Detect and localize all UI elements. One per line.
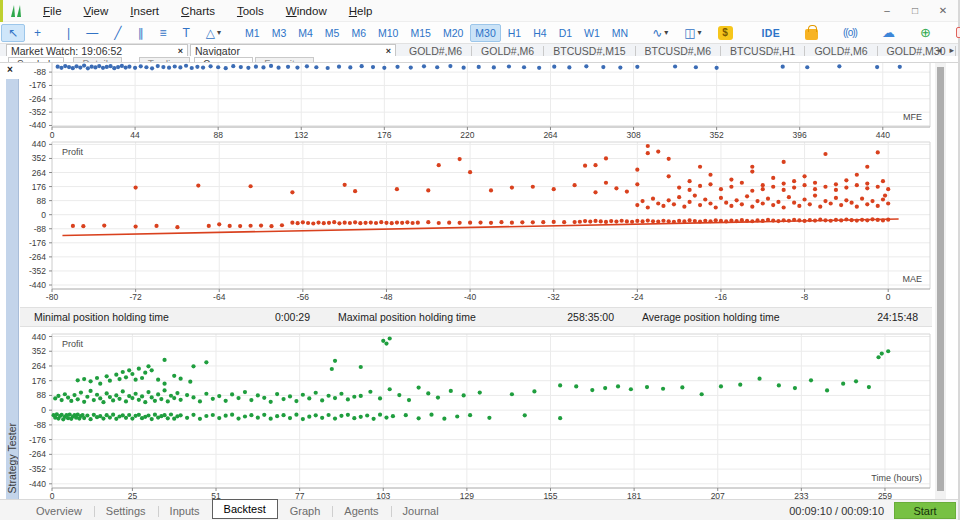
chart-tab-4[interactable]: BTCUSD#,H1 [721,45,804,57]
dollar-icon-glyph: $ [718,26,733,40]
menu-item-tools[interactable]: Tools [226,2,275,20]
navigator-close-icon[interactable]: × [380,46,391,56]
timeframe-d1[interactable]: D1 [554,24,577,42]
channel-tool-icon[interactable]: ∥ [130,24,150,42]
timeframe-m6[interactable]: M6 [346,24,371,42]
vertical-scrollbar[interactable] [935,63,946,499]
algo-trading-button[interactable]: Algo [952,27,960,39]
svg-text:-352: -352 [29,464,46,474]
timeframe-m30[interactable]: M30 [470,24,500,42]
menu-item-file[interactable]: File [32,2,73,20]
svg-text:132: 132 [294,130,308,140]
candlestick-chart-icon-dropdown-icon[interactable]: ▾ [698,26,702,40]
mae-scatter-chart: -80-72-64-56-48-40-32-24-16-804403522641… [20,141,938,305]
scrollbar-thumb[interactable] [937,67,944,491]
pointer-tools-group: ↖+ [0,24,49,42]
holding-time-stat-2: Average position holding time24:15:48 [628,311,932,323]
menu-item-charts[interactable]: Charts [170,2,226,20]
timeframe-m1[interactable]: M1 [240,24,265,42]
timeframe-m4[interactable]: M4 [293,24,318,42]
market-watch-close-icon[interactable]: × [172,46,183,56]
menu-item-view[interactable]: View [73,2,120,20]
stat-label: Minimal position holding time [34,311,169,323]
mfe-scatter-chart: 04488132176220264308352396440-88-176-264… [20,63,938,141]
holding-time-stat-0: Minimal position holding time0:00:29 [20,311,324,323]
window-maximize-button[interactable]: □ [908,5,922,16]
chart-tab-7[interactable]: GOLD#,M30 [956,45,960,57]
text-tool-icon[interactable]: T [175,24,196,42]
chart-tabs-prev-icon[interactable]: ◂ [937,45,942,55]
ide-button[interactable]: IDE [755,24,787,42]
horizontal-line-tool-icon[interactable]: — [79,24,105,42]
mfe-corner-label: MFE [903,112,922,122]
window-close-button[interactable]: ✕ [936,5,950,16]
fibonacci-tool-icon[interactable]: ≡ [152,24,173,42]
svg-text:-24: -24 [631,292,644,302]
svg-text:-352: -352 [29,107,46,117]
toolbar: ↖+ |—╱∥≡T△▾ M1M3M4M5M6M10M15M20M30H1H4D1… [0,22,958,44]
window-edge-accent [0,0,3,22]
trendline-tool-icon[interactable]: ╱ [107,24,128,42]
svg-text:-440: -440 [29,280,46,290]
start-button[interactable]: Start [894,502,956,519]
line-chart-icon-dropdown-icon[interactable]: ▾ [664,26,668,40]
mae-profit-axis-label: Profit [62,147,84,157]
chart-tabs-next-icon[interactable]: ▸ [949,45,954,55]
timeframe-mn[interactable]: MN [607,24,633,42]
svg-text:396: 396 [793,130,807,140]
tester-tab-overview[interactable]: Overview [24,502,94,520]
tester-tab-bar: OverviewSettingsInputsBacktestGraphAgent… [0,499,958,520]
services-group: IDE((o))☁⊕ [751,24,942,42]
tester-tab-agents[interactable]: Agents [332,502,390,520]
timeframe-m5[interactable]: M5 [320,24,345,42]
window-minimize-button[interactable]: – [880,5,894,16]
vertical-line-tool-icon[interactable]: | [60,24,77,42]
svg-text:-8: -8 [801,292,809,302]
tester-tab-backtest[interactable]: Backtest [212,499,278,519]
cloud-icon[interactable]: ☁ [875,24,902,42]
crosshair-tool-icon[interactable]: + [27,24,48,42]
svg-text:352: 352 [710,130,724,140]
timeframe-m15[interactable]: M15 [405,24,435,42]
chart-tab-3[interactable]: BTCUSD#,M6 [636,45,721,57]
cursor-tool-icon[interactable]: ↖ [1,24,25,42]
tester-tab-inputs[interactable]: Inputs [158,502,212,520]
shapes-tool-icon[interactable]: △▾ [199,24,228,42]
timeframe-m20[interactable]: M20 [438,24,468,42]
svg-text:-176: -176 [29,80,46,90]
menu-item-insert[interactable]: Insert [119,2,170,20]
dollar-icon[interactable]: $ [711,24,740,42]
strategy-tester-strip[interactable]: Strategy Tester [6,79,19,499]
stat-value: 24:15:48 [877,311,918,323]
tester-close-icon[interactable]: × [7,65,13,75]
svg-text:-440: -440 [29,479,46,489]
menu-item-help[interactable]: Help [338,2,384,20]
svg-text:352: 352 [32,346,46,356]
market-bag-icon[interactable] [798,24,825,42]
signals-icon[interactable]: ((o)) [836,24,864,42]
tester-tab-graph[interactable]: Graph [278,502,333,520]
community-icon-glyph: ⊕ [920,26,931,40]
chart-tab-2[interactable]: BTCUSD#,M15 [544,45,634,57]
timeframe-h1[interactable]: H1 [503,24,526,42]
candlestick-chart-icon[interactable]: ◫▾ [677,24,708,42]
chart-tab-1[interactable]: GOLD#,M6 [472,45,543,57]
tester-tab-settings[interactable]: Settings [94,502,158,520]
timeframe-w1[interactable]: W1 [579,24,605,42]
shapes-tool-icon-dropdown-icon[interactable]: ▾ [217,26,221,40]
tester-tab-journal[interactable]: Journal [391,502,451,520]
line-chart-icon[interactable]: ∿▾ [645,24,675,42]
chart-tab-0[interactable]: GOLD#,M6 [400,45,471,57]
stat-value: 258:35:00 [567,311,614,323]
menu-item-window[interactable]: Window [275,2,338,20]
timeframe-m10[interactable]: M10 [373,24,403,42]
panel-caption-row: Market Watch: 19:06:52 × Navigator × GOL… [0,44,958,56]
timeframe-m3[interactable]: M3 [267,24,292,42]
mt5-logo-icon [8,4,24,18]
chart-tab-5[interactable]: GOLD#,M6 [805,45,876,57]
stat-label: Maximal position holding time [338,311,476,323]
community-icon[interactable]: ⊕ [913,24,938,42]
timeframe-h4[interactable]: H4 [528,24,551,42]
svg-text:0: 0 [41,210,46,220]
svg-text:44: 44 [130,130,140,140]
